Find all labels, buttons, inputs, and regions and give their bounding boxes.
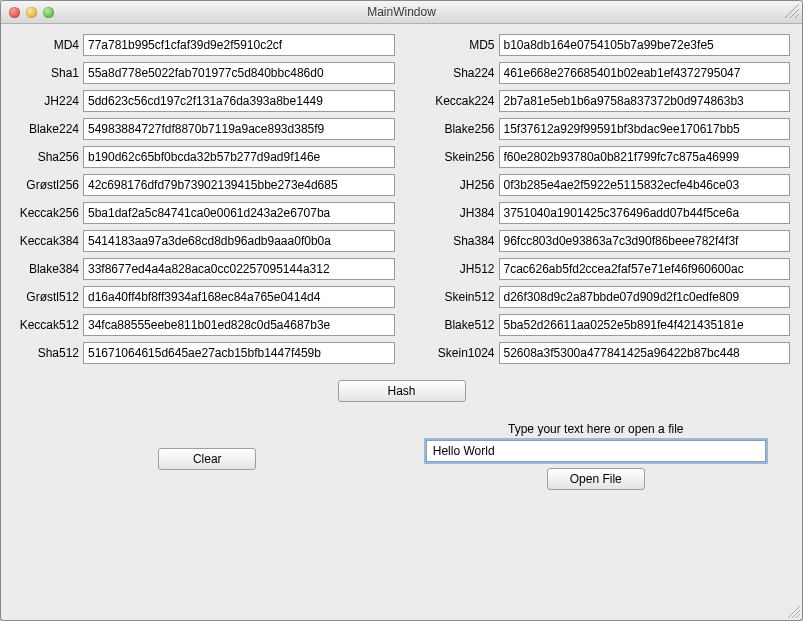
hash-row: JH224 — [13, 90, 395, 112]
hash-label: MD4 — [13, 38, 83, 52]
window-controls — [1, 1, 54, 23]
main-window: MainWindow MD4 Sha1 JH224 — [0, 0, 803, 621]
hash-output[interactable] — [83, 230, 395, 252]
hash-row: JH512 — [409, 258, 791, 280]
content-area: MD4 Sha1 JH224 Blake224 Sha256 — [1, 24, 802, 506]
hash-row: Skein256 — [409, 146, 791, 168]
hash-label: MD5 — [409, 38, 499, 52]
hash-row: Sha512 — [13, 342, 395, 364]
title-bar: MainWindow — [1, 1, 802, 24]
hash-column-right: MD5 Sha224 Keccak224 Blake256 Skein256 — [409, 34, 791, 370]
hash-row: Keccak384 — [13, 230, 395, 252]
hash-row: Blake224 — [13, 118, 395, 140]
hash-output[interactable] — [499, 342, 791, 364]
hash-output[interactable] — [499, 258, 791, 280]
hash-row: Blake512 — [409, 314, 791, 336]
clear-panel: Clear — [13, 422, 402, 490]
hash-label: Blake512 — [409, 318, 499, 332]
hash-output[interactable] — [83, 314, 395, 336]
hash-label: Sha512 — [13, 346, 83, 360]
resize-handle-icon[interactable] — [785, 4, 799, 18]
hash-output[interactable] — [83, 342, 395, 364]
hash-output[interactable] — [499, 62, 791, 84]
svg-line-1 — [790, 9, 799, 18]
hash-output[interactable] — [499, 230, 791, 252]
svg-line-2 — [795, 14, 799, 18]
hash-row: Keccak512 — [13, 314, 395, 336]
hash-label: Grøstl512 — [13, 290, 83, 304]
hash-row: Skein512 — [409, 286, 791, 308]
hash-output[interactable] — [83, 202, 395, 224]
hash-label: Skein256 — [409, 150, 499, 164]
hash-output[interactable] — [83, 62, 395, 84]
hash-output[interactable] — [83, 34, 395, 56]
hash-label: JH512 — [409, 262, 499, 276]
hash-label: Sha256 — [13, 150, 83, 164]
hash-label: JH384 — [409, 206, 499, 220]
hash-output[interactable] — [499, 174, 791, 196]
hash-label: Blake256 — [409, 122, 499, 136]
hash-label: Keccak384 — [13, 234, 83, 248]
hash-label: Keccak256 — [13, 206, 83, 220]
hash-row: Grøstl256 — [13, 174, 395, 196]
hash-button-bar: Hash — [13, 380, 790, 402]
hash-row: Keccak224 — [409, 90, 791, 112]
input-hint: Type your text here or open a file — [508, 422, 683, 436]
hash-button[interactable]: Hash — [338, 380, 466, 402]
hash-output[interactable] — [499, 34, 791, 56]
hash-row: JH384 — [409, 202, 791, 224]
lower-panel: Clear Type your text here or open a file… — [13, 422, 790, 490]
hash-output[interactable] — [499, 146, 791, 168]
hash-label: Keccak224 — [409, 94, 499, 108]
hash-label: JH224 — [13, 94, 83, 108]
hash-columns: MD4 Sha1 JH224 Blake224 Sha256 — [13, 34, 790, 370]
hash-row: Sha224 — [409, 62, 791, 84]
hash-row: MD4 — [13, 34, 395, 56]
hash-row: MD5 — [409, 34, 791, 56]
hash-label: Grøstl256 — [13, 178, 83, 192]
close-icon[interactable] — [9, 7, 20, 18]
window-title: MainWindow — [1, 5, 802, 19]
hash-label: Sha1 — [13, 66, 83, 80]
hash-output[interactable] — [499, 314, 791, 336]
hash-column-left: MD4 Sha1 JH224 Blake224 Sha256 — [13, 34, 395, 370]
hash-label: Sha384 — [409, 234, 499, 248]
hash-row: Sha384 — [409, 230, 791, 252]
hash-row: Sha1 — [13, 62, 395, 84]
svg-line-5 — [796, 614, 800, 618]
hash-output[interactable] — [499, 202, 791, 224]
hash-output[interactable] — [83, 258, 395, 280]
resize-grip-icon[interactable] — [786, 604, 800, 618]
hash-label: Keccak512 — [13, 318, 83, 332]
hash-row: JH256 — [409, 174, 791, 196]
clear-button[interactable]: Clear — [158, 448, 256, 470]
open-file-button[interactable]: Open File — [547, 468, 645, 490]
hash-output[interactable] — [83, 174, 395, 196]
zoom-icon[interactable] — [43, 7, 54, 18]
hash-output[interactable] — [83, 286, 395, 308]
hash-label: JH256 — [409, 178, 499, 192]
hash-label: Skein512 — [409, 290, 499, 304]
hash-row: Blake256 — [409, 118, 791, 140]
hash-output[interactable] — [499, 286, 791, 308]
hash-row: Skein1024 — [409, 342, 791, 364]
hash-output[interactable] — [83, 118, 395, 140]
input-panel: Type your text here or open a file Open … — [402, 422, 791, 490]
hash-row: Blake384 — [13, 258, 395, 280]
hash-label: Blake384 — [13, 262, 83, 276]
hash-row: Keccak256 — [13, 202, 395, 224]
hash-output[interactable] — [83, 146, 395, 168]
hash-row: Sha256 — [13, 146, 395, 168]
hash-output[interactable] — [83, 90, 395, 112]
text-input[interactable] — [426, 440, 766, 462]
hash-label: Blake224 — [13, 122, 83, 136]
minimize-icon[interactable] — [26, 7, 37, 18]
hash-output[interactable] — [499, 118, 791, 140]
hash-output[interactable] — [499, 90, 791, 112]
hash-label: Sha224 — [409, 66, 499, 80]
hash-row: Grøstl512 — [13, 286, 395, 308]
hash-label: Skein1024 — [409, 346, 499, 360]
svg-line-4 — [792, 610, 800, 618]
